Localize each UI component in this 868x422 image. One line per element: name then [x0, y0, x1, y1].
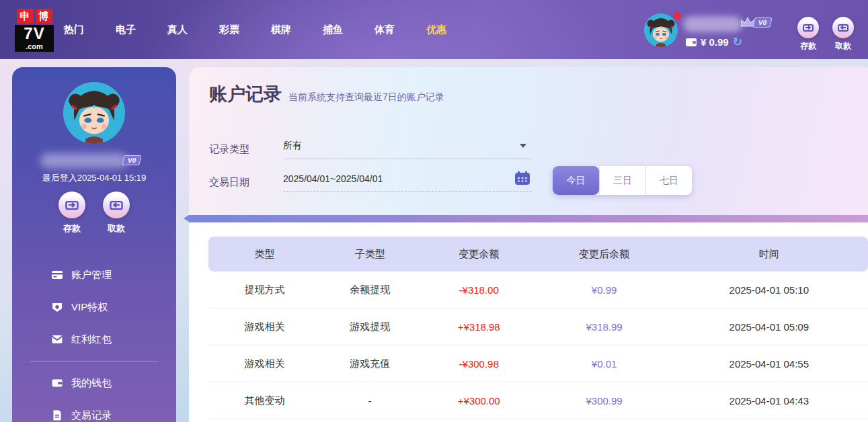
sidebar-item-label: 红利红包: [71, 333, 112, 346]
red-envelope-icon: [51, 333, 63, 345]
withdraw-label: 取款: [108, 222, 125, 235]
sidebar-item-label: VIP特权: [71, 301, 108, 314]
nav-item-slots[interactable]: 电子: [116, 24, 136, 36]
page: 申 博 7V .com 热门 电子 真人 彩票 棋牌 捕鱼 体育 优惠: [0, 0, 868, 422]
nav-deposit[interactable]: 存款: [797, 17, 819, 52]
records-table: 类型 子类型 变更余额 变更后余额 时间 提现方式 余额提现 -¥318.00 …: [208, 237, 868, 419]
deposit-icon[interactable]: [58, 192, 85, 218]
nav-withdraw[interactable]: 取款: [832, 17, 854, 52]
vip-level[interactable]: V0: [740, 16, 771, 28]
refresh-balance-icon[interactable]: ↻: [733, 36, 742, 48]
cell-balance: ¥0.99: [538, 284, 670, 296]
record-type-filter: 记录类型 所有: [209, 140, 532, 159]
quick-button-today[interactable]: 今日: [553, 166, 599, 195]
nav-item-live[interactable]: 真人: [167, 24, 188, 36]
date-quick-buttons: 今日 三日 七日: [553, 166, 692, 195]
cell-type: 游戏相关: [208, 357, 321, 370]
cell-subtype: 游戏充值: [321, 357, 420, 370]
cell-time: 2025-04-01 05:09: [670, 321, 868, 333]
deposit-label: 存款: [800, 40, 816, 52]
username-redacted: [40, 153, 128, 168]
date-range-value: 2025/04/01~2025/04/01: [283, 173, 383, 184]
cell-time: 2025-04-01 04:55: [670, 358, 868, 370]
calendar-icon[interactable]: [514, 171, 530, 187]
cell-subtype: -: [321, 395, 420, 407]
cell-type: 其他变动: [208, 394, 321, 407]
cell-balance: ¥318.99: [538, 321, 670, 333]
page-title: 账户记录: [209, 82, 282, 106]
nav-item-chess[interactable]: 棋牌: [271, 24, 291, 36]
sidebar-actions: 存款 取款: [12, 192, 176, 235]
cell-change: -¥318.00: [420, 284, 539, 296]
chevron-down-icon: [520, 144, 526, 148]
withdraw-label: 取款: [835, 40, 851, 52]
record-type-select[interactable]: 所有: [283, 140, 532, 159]
sidebar: V0 最后登入2025-04-01 15:19 存款 取款 账户管: [12, 67, 176, 422]
sidebar-divider: [30, 361, 159, 362]
top-navbar: 申 博 7V .com 热门 电子 真人 彩票 棋牌 捕鱼 体育 优惠: [0, 0, 868, 59]
card-bottom-ribbon: [189, 215, 868, 222]
vip-gem-icon: [51, 301, 63, 313]
cell-change: +¥318.98: [420, 321, 539, 333]
cell-time: 2025-04-01 04:43: [670, 395, 868, 407]
header-time: 时间: [670, 248, 868, 261]
cell-balance: ¥0.01: [538, 358, 670, 370]
table-body: 提现方式 余额提现 -¥318.00 ¥0.99 2025-04-01 05:1…: [208, 271, 868, 419]
sidebar-item-label: 我的钱包: [71, 377, 112, 390]
nav-item-hot[interactable]: 热门: [64, 24, 84, 36]
sidebar-item-label: 交易记录: [71, 409, 112, 422]
sidebar-item-account-management[interactable]: 账户管理: [12, 259, 176, 291]
withdraw-icon[interactable]: [103, 192, 130, 218]
header-change: 变更余额: [420, 248, 539, 261]
cell-subtype: 游戏提现: [321, 321, 420, 333]
quick-button-7days[interactable]: 七日: [645, 166, 692, 195]
quick-button-3days[interactable]: 三日: [599, 166, 645, 195]
nav-item-fishing[interactable]: 捕鱼: [323, 24, 343, 36]
record-type-label: 记录类型: [209, 143, 283, 156]
page-subtitle: 当前系统支持查询最近7日的账户记录: [288, 91, 444, 103]
sidebar-menu: 账户管理 VIP特权 红利红包 我的钱包: [12, 259, 176, 422]
table-row: 游戏相关 游戏提现 +¥318.98 ¥318.99 2025-04-01 05…: [208, 308, 868, 345]
date-range-input[interactable]: 2025/04/01~2025/04/01: [283, 173, 532, 192]
nav-item-promo[interactable]: 优惠: [426, 24, 446, 36]
main-nav: 热门 电子 真人 彩票 棋牌 捕鱼 体育 优惠: [64, 0, 446, 59]
deposit-label: 存款: [63, 222, 81, 235]
vip-badge: V0: [122, 155, 141, 165]
sidebar-item-vip-privileges[interactable]: VIP特权: [12, 291, 176, 323]
logo-text: 7V: [15, 25, 54, 42]
nav-item-lottery[interactable]: 彩票: [219, 24, 239, 36]
header-type: 类型: [208, 248, 321, 261]
nav-item-sports[interactable]: 体育: [374, 24, 395, 36]
cell-subtype: 余额提现: [321, 284, 420, 296]
logo-badge-right: 博: [36, 9, 52, 24]
notification-dot: [674, 12, 681, 19]
deposit-icon[interactable]: [797, 17, 819, 38]
sidebar-withdraw[interactable]: 取款: [103, 192, 130, 235]
user-cluster: V0 ¥ 0.99 ↻: [644, 12, 779, 51]
wallet-icon: [51, 377, 63, 389]
cell-type: 提现方式: [208, 284, 321, 296]
date-range-label: 交易日期: [209, 176, 283, 189]
balance-amount: ¥ 0.99: [701, 36, 729, 48]
date-range-filter: 交易日期 2025/04/01~2025/04/01: [209, 173, 532, 192]
document-icon: [51, 409, 63, 421]
header-subtype: 子类型: [321, 248, 420, 261]
withdraw-icon[interactable]: [832, 17, 854, 38]
cell-balance: ¥300.99: [538, 395, 670, 407]
sidebar-item-transaction-records[interactable]: 交易记录: [12, 399, 176, 422]
sidebar-avatar[interactable]: [63, 82, 125, 144]
bank-card-icon: [51, 269, 63, 281]
logo-badge-left: 申: [17, 9, 34, 24]
sidebar-item-my-wallet[interactable]: 我的钱包: [12, 367, 176, 399]
brand-logo[interactable]: 申 博 7V .com: [15, 9, 54, 52]
sidebar-item-bonus-redpacket[interactable]: 红利红包: [12, 323, 176, 355]
user-avatar[interactable]: [644, 13, 678, 47]
account-records-card: 账户记录 当前系统支持查询最近7日的账户记录 记录类型 所有 交易日期 2025…: [189, 67, 868, 215]
vip-badge: V0: [752, 17, 772, 28]
page-head: 账户记录 当前系统支持查询最近7日的账户记录: [209, 82, 444, 106]
sidebar-deposit[interactable]: 存款: [58, 192, 85, 235]
cell-time: 2025-04-01 05:10: [670, 284, 868, 296]
header-balance-after: 变更后余额: [538, 248, 670, 261]
logo-domain: .com: [15, 42, 54, 52]
sidebar-item-label: 账户管理: [71, 269, 112, 282]
